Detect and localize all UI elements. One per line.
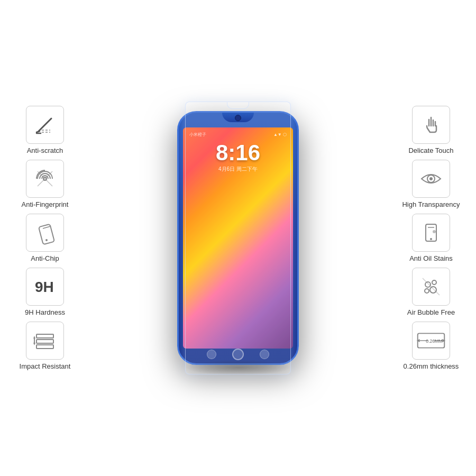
- air-bubble-free-icon: [418, 274, 444, 299]
- feature-delicate-touch: Delicate Touch: [391, 106, 471, 154]
- air-bubble-free-label: Air Bubble Free: [407, 308, 455, 316]
- anti-chip-icon: [32, 220, 58, 245]
- svg-point-24: [425, 282, 431, 287]
- feature-impact-resistant: Impact Resistant: [5, 322, 85, 370]
- thickness-label: 0.26mm thickness: [404, 362, 459, 370]
- svg-rect-13: [36, 340, 53, 343]
- feature-anti-scratch: Anti-scratch: [5, 106, 85, 154]
- thickness-icon-box: 0.26MM: [412, 322, 450, 360]
- anti-oil-stains-icon: [418, 220, 444, 245]
- phone-home-btn: [232, 349, 244, 360]
- svg-marker-16: [33, 336, 35, 338]
- feature-9h-hardness: 9H 9H Hardness: [5, 268, 85, 316]
- delicate-touch-icon: [418, 112, 444, 138]
- phone-notch: [222, 113, 254, 122]
- high-transparency-icon-box: [412, 160, 450, 198]
- anti-scratch-label: Anti-scratch: [27, 147, 63, 154]
- svg-point-25: [432, 280, 436, 285]
- page-container: Anti-scratch Anti-Fingerprint: [0, 0, 476, 476]
- svg-point-10: [45, 239, 48, 241]
- svg-line-0: [39, 118, 51, 131]
- feature-thickness: 0.26MM 0.26mm thickness: [391, 322, 471, 370]
- svg-marker-33: [442, 339, 445, 342]
- phone-bottom-bar: [207, 349, 269, 360]
- 9h-hardness-label: 9H Hardness: [25, 308, 65, 316]
- phone-top-bar: 小米橙子 ▲▼ ⬡: [189, 132, 287, 138]
- svg-point-26: [430, 287, 436, 293]
- anti-chip-label: Anti-Chip: [31, 254, 59, 262]
- impact-resistant-label: Impact Resistant: [20, 362, 71, 370]
- svg-text:9H: 9H: [35, 279, 54, 295]
- features-right: Delicate Touch High Transparency: [391, 106, 471, 370]
- anti-fingerprint-icon: [32, 166, 58, 191]
- impact-resistant-icon: [32, 328, 58, 353]
- svg-text:0.26MM: 0.26MM: [426, 338, 443, 344]
- high-transparency-label: High Transparency: [402, 200, 460, 208]
- svg-line-1: [36, 131, 40, 132]
- anti-chip-icon-box: [26, 214, 64, 252]
- delicate-touch-icon-box: [412, 106, 450, 144]
- svg-marker-17: [33, 343, 35, 345]
- air-bubble-free-icon-box: [412, 268, 450, 306]
- anti-fingerprint-icon-box: [26, 160, 64, 198]
- svg-marker-31: [417, 339, 420, 342]
- feature-anti-chip: Anti-Chip: [5, 214, 85, 262]
- anti-scratch-icon-box: [26, 106, 64, 144]
- impact-resistant-icon-box: [26, 322, 64, 360]
- svg-point-23: [433, 230, 436, 233]
- phone-back-btn: [207, 350, 216, 359]
- feature-high-transparency: High Transparency: [391, 160, 471, 208]
- 9h-hardness-icon: 9H: [32, 274, 58, 299]
- phone-carrier: 小米橙子: [189, 132, 206, 138]
- feature-anti-fingerprint: Anti-Fingerprint: [5, 160, 85, 208]
- anti-oil-stains-label: Anti Oil Stains: [409, 254, 453, 262]
- delicate-touch-label: Delicate Touch: [408, 147, 453, 154]
- svg-rect-14: [36, 345, 53, 349]
- anti-oil-stains-icon-box: [412, 214, 450, 252]
- phone-wrapper: 小米橙子 ▲▼ ⬡ 8:16 4月6日 周二下午: [177, 111, 299, 365]
- anti-fingerprint-label: Anti-Fingerprint: [22, 200, 69, 208]
- svg-line-9: [43, 226, 50, 228]
- phone-date: 4月6日 周二下午: [218, 166, 258, 173]
- thickness-icon: 0.26MM: [413, 322, 450, 360]
- svg-point-19: [429, 177, 433, 180]
- svg-point-21: [430, 238, 432, 240]
- 9h-hardness-icon-box: 9H: [26, 268, 64, 306]
- svg-point-27: [425, 289, 429, 293]
- high-transparency-icon: [418, 166, 444, 191]
- features-left: Anti-scratch Anti-Fingerprint: [5, 106, 85, 370]
- anti-scratch-icon: [32, 112, 58, 138]
- phone-menu-btn: [260, 350, 269, 359]
- feature-air-bubble-free: Air Bubble Free: [391, 268, 471, 316]
- svg-rect-12: [36, 334, 53, 338]
- phone-signal: ▲▼ ⬡: [273, 132, 287, 137]
- phone-time: 8:16: [216, 140, 260, 166]
- feature-anti-oil-stains: Anti Oil Stains: [391, 214, 471, 262]
